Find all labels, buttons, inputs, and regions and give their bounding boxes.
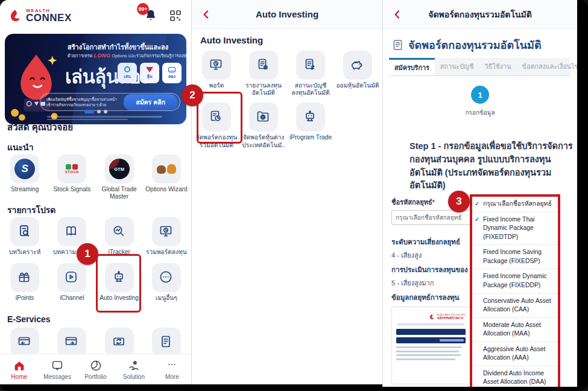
nav-messages[interactable]: Messages <box>38 359 76 380</box>
gtm-logo: GTM <box>109 159 130 179</box>
dropdown-option[interactable]: Dividend Auto Income Asset Allocation (D… <box>472 366 558 387</box>
recommend-section-title: แนะนำ <box>7 141 34 154</box>
nav-portfolio[interactable]: Portfolio <box>77 359 115 380</box>
qr-scan-icon[interactable] <box>168 8 183 23</box>
dropdown-option[interactable]: Moderate Auto Asset Allocation (MAA) <box>472 318 558 342</box>
menu-analysis[interactable]: บทวิเคราะห์ <box>1 217 48 256</box>
menu-ichannel[interactable]: iChannel <box>48 263 95 302</box>
stepper: 1 กรอกข้อมูล <box>383 86 577 117</box>
home-screen: WEALTH CONNEX 99+ <box>0 0 191 384</box>
nav-home[interactable]: Home <box>0 359 38 380</box>
menu-auto-foreign-stock-port[interactable]: จัดพอร์ตหุ้นต่างประเทศอัตโนมั.. <box>240 103 287 148</box>
tab-account-status[interactable]: สถานะบัญชี <box>435 58 479 75</box>
play-square-icon <box>64 270 80 285</box>
card-refresh-icon <box>112 334 127 350</box>
app-options-wizard[interactable]: Options Wizard <box>143 154 190 200</box>
auto-investing-screen: Auto Investing Auto Investing พอร์ต รายง… <box>191 0 382 384</box>
options-wizard-logo <box>157 164 176 174</box>
long-logo-text: LONG <box>94 52 111 59</box>
menu-auto-report[interactable]: รายงานลงทุนอัตโนมัติ <box>240 51 287 97</box>
eservice-withdraw[interactable] <box>48 328 95 357</box>
app-logo: WEALTH CONNEX <box>8 8 72 24</box>
eservices-row <box>1 328 190 357</box>
menu-iprogram-trade[interactable]: iProgram Trade <box>287 103 334 148</box>
menu-auto-stock-saving[interactable]: ออมหุ้นอัตโนมัติ <box>334 51 381 97</box>
assessment-value: 5 - เสี่ยงสูงมาก <box>391 278 434 288</box>
chip-play[interactable]: เล่น <box>118 63 137 83</box>
chip-luck[interactable]: ลุ้น <box>140 63 159 83</box>
required-asterisk: * <box>432 199 435 206</box>
triangle-icon <box>146 67 153 72</box>
check-icon: ✓ <box>475 200 479 208</box>
more-circle-icon <box>159 270 174 285</box>
notification-badge: 99+ <box>137 3 149 15</box>
nav-solution[interactable]: Solution <box>115 359 153 380</box>
menu-itracker[interactable]: iTracker <box>96 217 143 256</box>
doc-header-bar-2 <box>396 337 466 343</box>
doc-lines-icon <box>391 39 404 51</box>
page-title: จัดพอร์ตกองทุนรวมอัตโนมัติ <box>408 36 542 54</box>
doc-subtitle-line <box>397 323 464 325</box>
dropdown-option[interactable]: Fixed Income Saving Package (FIXEDSP) <box>472 245 558 269</box>
stock-signals-logo: STOCK <box>65 164 79 174</box>
eservice-transfer[interactable] <box>96 328 143 357</box>
monitor-clock-icon <box>209 57 224 73</box>
dot-active[interactable] <box>84 110 94 113</box>
step-caption: กรอกข้อมูล <box>465 108 495 117</box>
dropdown-option[interactable]: ✓ กรุณาเลือกชื่อรหัสกลยุทธ์ <box>472 197 558 212</box>
menu-more[interactable]: เมนูอื่นๆ <box>143 263 190 302</box>
chevron-left-icon <box>391 8 403 21</box>
menu-auto-account-status[interactable]: สถานะบัญชีลงทุนอัตโนมัติ <box>287 51 334 97</box>
section-title: Auto Investing <box>200 35 263 45</box>
bualuang-logo: BUALUANG SECURITIES หลักทรัพย์บัวหลวง <box>396 313 466 320</box>
banner-fineprint <box>47 116 162 120</box>
dropdown-option[interactable]: ✓ Fixed Income Thai Dynamic Package (FIX… <box>472 212 558 246</box>
menu-port-summary[interactable]: รวมพอร์ตลงทุน <box>143 217 190 256</box>
strategy-info-label: ข้อมูลกลยุทธ์การลงทุน <box>391 292 459 303</box>
flame-logo-icon <box>8 8 23 24</box>
piggy-bank-icon <box>350 57 365 73</box>
logo-connex-text: CONNEX <box>26 13 72 23</box>
doc-plus-icon <box>256 57 271 73</box>
app-streaming[interactable]: S Streaming <box>1 154 48 200</box>
doc-search-icon <box>17 224 33 240</box>
callout-step-1: 1 <box>77 243 98 265</box>
dropdown-option[interactable]: Aggressive Auto Asset Allocation (AAA) <box>472 342 558 366</box>
apply-cta-button[interactable]: สมัคร คลิก <box>124 94 177 110</box>
eservice-documents[interactable] <box>143 328 190 357</box>
auto-investing-header: Auto Investing <box>192 0 382 29</box>
banner-chips: เล่น ลุ้น ลอง <box>118 63 182 83</box>
promo-line2: เข้าร่วมกิจกรรมเรียนเทรดง่าย ๆ ด้วย <box>46 102 117 107</box>
header-title: Auto Investing <box>256 9 318 19</box>
carousel-dots[interactable] <box>0 110 191 113</box>
strategy-document-preview[interactable]: BUALUANG SECURITIES หลักทรัพย์บัวหลวง <box>391 307 470 384</box>
strategy-dropdown: ✓ กรุณาเลือกชื่อรหัสกลยุทธ์ ✓ Fixed Inco… <box>470 194 560 387</box>
grid-empty-cell <box>334 103 381 148</box>
menu-ipoints[interactable]: iPoints <box>1 263 48 302</box>
notifications-button[interactable]: 99+ <box>143 8 159 24</box>
hand-coin-icon <box>127 359 141 372</box>
picture-icon <box>168 67 175 72</box>
callout-step-2: 2 <box>182 84 203 106</box>
back-button[interactable] <box>200 8 212 21</box>
tab-how-to-use[interactable]: วิธีใช้งาน <box>479 58 517 75</box>
brand-th: หลักทรัพย์บัวหลวง <box>437 316 466 320</box>
highlight-box-auto-investing <box>96 254 141 313</box>
chip-try[interactable]: ลอง <box>162 63 182 83</box>
tab-bar: สมัครบริการ สถานะบัญชี วิธีใช้งาน ข้อตกล… <box>389 58 570 76</box>
risk-level-value: 4 - เสี่ยงสูง <box>391 250 422 261</box>
tab-terms[interactable]: ข้อตกลงและเงื่อนไข <box>517 58 577 75</box>
back-button[interactable] <box>391 8 403 21</box>
dot[interactable] <box>97 110 101 113</box>
bottom-nav: Home Messages Portfolio Solution More <box>0 354 191 384</box>
dropdown-option[interactable]: Fixed Income Dynamic Package (FIXEDDP) <box>472 269 558 293</box>
fund-port-screen: จัดพอร์ตกองทุนรวมอัตโนมัติ จัดพอร์ตกองทุ… <box>382 0 577 387</box>
nav-more[interactable]: More <box>153 359 191 380</box>
app-stock-signals[interactable]: STOCK Stock Signals <box>48 154 95 200</box>
app-global-trade-master[interactable]: GTM Global Trade Master <box>96 154 143 200</box>
dropdown-option[interactable]: Conservative Auto Asset Allocation (CAA) <box>472 294 558 318</box>
eservices-section-title: E-Services <box>7 314 51 324</box>
eservice-deposit[interactable] <box>1 328 48 357</box>
tab-apply-service[interactable]: สมัครบริการ <box>389 58 435 75</box>
dot[interactable] <box>104 110 107 113</box>
